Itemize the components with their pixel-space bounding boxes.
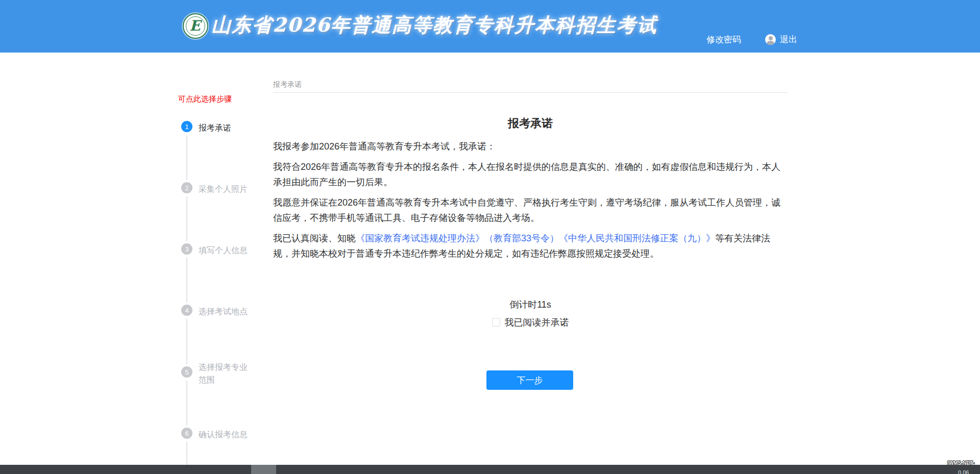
agree-checkbox[interactable] [492,318,500,327]
regulation-link-criminal-law[interactable]: 《中华人民共和国刑法修正案（九）》 [559,233,715,243]
avatar-body-shape [767,41,774,45]
step-label: 选择考试地点 [199,305,252,318]
change-password-link[interactable]: 修改密码 [706,34,741,45]
commitment-paragraph: 我愿意并保证在2026年普通高等教育专升本考试中自觉遵守、严格执行考生守则，遵守… [273,195,788,226]
step-label: 填写个人信息 [199,244,252,257]
step-number-badge: 1 [181,121,192,132]
step-label: 报考承诺 [199,121,252,134]
step-connector-line [186,442,187,465]
breadcrumb: 报考承诺 [273,80,302,89]
page-title: 报考承诺 [273,116,788,131]
step-number-badge: 2 [181,182,192,193]
regulation-link-national-exam[interactable]: 《国家教育考试违规处理办法》 [356,233,484,243]
agree-checkbox-label[interactable]: 我已阅读并承诺 [505,316,569,329]
logo-icon: E [183,13,208,39]
step-label: 确认报考信息 [199,428,252,441]
countdown-text: 倒计时11s [273,298,788,311]
step-connector-line [186,196,187,241]
step-label: 选择报考专业范围 [199,361,252,386]
regulation-link-decree-33[interactable]: （教育部33号令） [484,233,559,243]
step-connector-line [186,135,187,180]
logo-letter: E [189,19,200,33]
legal-prefix-text: 我已认真阅读、知晓 [273,233,356,243]
horizontal-scrollbar-thumb[interactable] [251,465,276,474]
avatar-head-shape [769,36,773,40]
step-connector-line [186,319,187,364]
header-divider [273,92,788,93]
horizontal-scrollbar[interactable] [0,465,980,474]
commitment-text-block: 我报考参加2026年普通高等教育专升本考试，我承诺： 我符合2026年普通高等教… [273,139,788,266]
app-title: 山东省2026年普通高等教育专科升本科招生考试 [211,12,650,38]
step-label: 采集个人照片 [199,183,252,195]
steps-hint: 可点此选择步骤 [178,94,232,104]
next-step-button[interactable]: 下一步 [486,370,573,390]
step-number-badge: 5 [181,366,192,378]
step-connector-line [186,258,187,303]
commitment-paragraph-legal: 我已认真阅读、知晓《国家教育考试违规处理办法》（教育部33号令）《中华人民共和国… [273,231,788,261]
step-number-badge: 3 [181,243,192,255]
commitment-paragraph: 我报考参加2026年普通高等教育专升本考试，我承诺： [273,139,788,154]
step-number-badge: 4 [181,305,192,316]
logout-link[interactable]: 退出 [780,34,797,45]
step-number-badge: 6 [181,428,192,439]
watermark-number: 0.06 [958,469,969,474]
user-avatar-icon [765,34,776,45]
page: E 山东省2026年普通高等教育专科升本科招生考试 修改密码 退出 可点此选择步… [0,0,980,474]
commitment-paragraph: 我符合2026年普通高等教育专升本的报名条件，本人在报名时提供的信息是真实的、准… [273,159,788,190]
app-header: E 山东省2026年普通高等教育专科升本科招生考试 修改密码 退出 [0,0,980,53]
agree-row: 我已阅读并承诺 [273,316,788,329]
step-connector-line [186,381,187,426]
